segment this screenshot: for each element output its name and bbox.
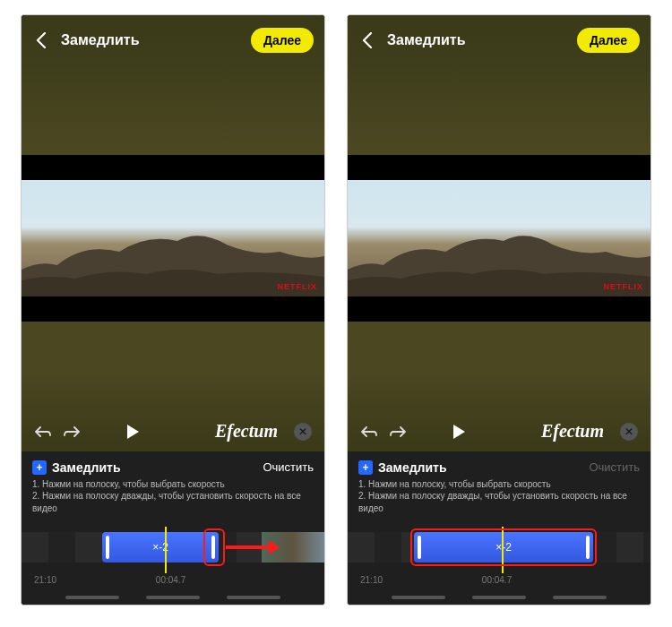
back-button[interactable] bbox=[358, 31, 376, 49]
close-brand-button[interactable]: ✕ bbox=[294, 423, 312, 441]
header: Замедлить Далее bbox=[348, 15, 650, 65]
hint-1: 1. Нажми на полоску, чтобы выбрать скоро… bbox=[358, 478, 640, 491]
current-time: 00:04.7 bbox=[156, 575, 185, 585]
plus-icon: + bbox=[32, 460, 47, 475]
hint-2: 2. Нажми на полоску дважды, чтобы устано… bbox=[32, 490, 314, 514]
playhead[interactable] bbox=[165, 527, 167, 573]
annotation-arrow bbox=[226, 542, 280, 553]
back-button[interactable] bbox=[32, 31, 50, 49]
total-time: 21:10 bbox=[360, 575, 383, 585]
total-time: 21:10 bbox=[34, 575, 56, 585]
effect-panel: + Замедлить Очистить 1. Нажми на полоску… bbox=[348, 451, 650, 522]
playhead[interactable] bbox=[502, 527, 504, 573]
hints: 1. Нажми на полоску, чтобы выбрать скоро… bbox=[358, 478, 640, 515]
brand-label: Efectum bbox=[215, 421, 278, 442]
hints: 1. Нажми на полоску, чтобы выбрать скоро… bbox=[32, 478, 314, 515]
play-button[interactable] bbox=[449, 422, 469, 442]
time-row: 21:10 00:04.7 bbox=[348, 575, 650, 590]
page-title: Замедлить bbox=[387, 32, 566, 48]
time-row: 21:10 00:04.7 bbox=[22, 575, 324, 590]
effect-panel: + Замедлить Очистить 1. Нажми на полоску… bbox=[22, 451, 324, 522]
segment-speed-label: ×-2 bbox=[495, 541, 512, 554]
watermark: NETFLIX bbox=[604, 282, 644, 291]
home-indicator bbox=[348, 590, 650, 605]
video-preview[interactable]: NETFLIX Efectum ✕ bbox=[22, 65, 324, 451]
letterbox bbox=[22, 296, 324, 322]
player-controls: Efectum ✕ bbox=[348, 412, 650, 451]
effect-title: Замедлить bbox=[52, 460, 121, 475]
watermark: NETFLIX bbox=[278, 282, 318, 291]
redo-button[interactable] bbox=[63, 423, 81, 441]
video-preview[interactable]: NETFLIX Efectum ✕ bbox=[348, 65, 650, 451]
play-button[interactable] bbox=[123, 422, 142, 442]
plus-icon: + bbox=[358, 460, 373, 475]
home-indicator bbox=[22, 590, 324, 605]
close-brand-button[interactable]: ✕ bbox=[620, 423, 638, 441]
current-time: 00:04.7 bbox=[482, 575, 512, 585]
undo-button[interactable] bbox=[34, 423, 52, 441]
speed-segment[interactable]: ×-2 bbox=[414, 532, 593, 563]
video-frame: NETFLIX bbox=[22, 180, 324, 296]
clear-button[interactable]: Очистить bbox=[263, 460, 314, 474]
hint-2: 2. Нажми на полоску дважды, чтобы устано… bbox=[358, 490, 640, 514]
phone-screen-left: Замедлить Далее NETFLIX bbox=[21, 14, 325, 606]
next-button[interactable]: Далее bbox=[577, 28, 640, 53]
clear-button[interactable]: Очистить bbox=[589, 460, 640, 474]
segment-handle-left[interactable] bbox=[106, 536, 109, 559]
segment-handle-right[interactable] bbox=[586, 536, 590, 559]
segment-handle-left[interactable] bbox=[418, 536, 421, 559]
letterbox bbox=[348, 296, 650, 322]
undo-button[interactable] bbox=[360, 423, 378, 441]
timeline[interactable]: ×-2 bbox=[22, 521, 324, 575]
timeline[interactable]: ×-2 bbox=[348, 521, 650, 575]
hint-1: 1. Нажми на полоску, чтобы выбрать скоро… bbox=[32, 478, 314, 491]
effect-title: Замедлить bbox=[378, 460, 447, 475]
brand-label: Efectum bbox=[541, 421, 604, 442]
page-title: Замедлить bbox=[61, 32, 240, 48]
letterbox bbox=[348, 155, 650, 180]
redo-button[interactable] bbox=[389, 423, 407, 441]
speed-segment[interactable]: ×-2 bbox=[102, 532, 219, 563]
next-button[interactable]: Далее bbox=[251, 28, 314, 53]
phone-screen-right: Замедлить Далее NETFLIX bbox=[347, 14, 651, 606]
player-controls: Efectum ✕ bbox=[22, 412, 324, 451]
segment-handle-right[interactable] bbox=[211, 536, 215, 559]
header: Замедлить Далее bbox=[22, 15, 324, 65]
letterbox bbox=[22, 155, 324, 180]
video-frame: NETFLIX bbox=[348, 180, 650, 296]
